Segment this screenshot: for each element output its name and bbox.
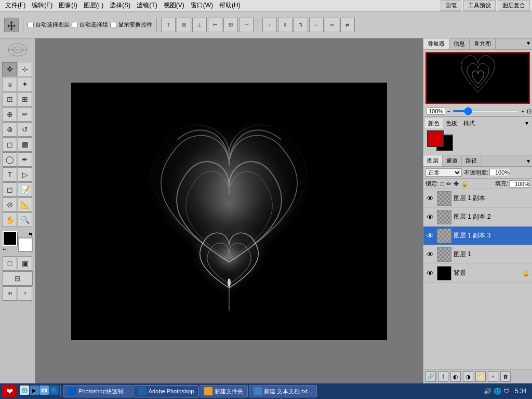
layer-item[interactable]: 👁 图层 1 bbox=[423, 245, 532, 264]
taskbar-photoshop-quick[interactable]: Photoshop快速制... bbox=[63, 385, 132, 397]
default-colors-btn[interactable]: ↩ bbox=[3, 247, 7, 252]
lock-image-btn[interactable]: ✏ bbox=[446, 180, 451, 188]
eyedropper-tool[interactable]: ⊘ bbox=[3, 197, 17, 212]
tab-navigator[interactable]: 导航器 bbox=[423, 38, 449, 49]
slice-tool[interactable]: ⊞ bbox=[18, 92, 32, 107]
lock-position-btn[interactable]: ✥ bbox=[454, 180, 459, 188]
quick-btn3[interactable]: 📧 bbox=[39, 385, 49, 395]
layer-group-btn[interactable]: 📁 bbox=[475, 371, 486, 382]
quick-ie-btn[interactable]: 🌐 bbox=[20, 385, 29, 395]
align-hcenter-btn[interactable]: ⊟ bbox=[223, 18, 238, 32]
layer-link-btn[interactable]: 🔗 bbox=[425, 371, 436, 382]
tray-icon-2[interactable]: 🌐 bbox=[494, 388, 501, 395]
align-right-btn[interactable]: ⊣ bbox=[239, 18, 254, 32]
menu-image[interactable]: 图像(I) bbox=[56, 0, 80, 11]
zoom-out-btn[interactable]: − bbox=[447, 109, 450, 114]
distribute-hc-btn[interactable]: ⇔ bbox=[325, 18, 339, 32]
move-tool-options[interactable] bbox=[4, 18, 19, 32]
layer-visibility-btn[interactable]: 👁 bbox=[425, 269, 435, 278]
heal-tool[interactable]: ⊕ bbox=[3, 107, 17, 122]
align-left-btn[interactable]: ⊢ bbox=[208, 18, 222, 32]
layer-item[interactable]: 👁 图层 1 副本 bbox=[423, 189, 532, 208]
color-panel-options[interactable]: ▾ bbox=[523, 118, 530, 128]
background-color[interactable] bbox=[18, 237, 33, 252]
layer-style-btn[interactable]: f bbox=[438, 371, 448, 382]
zoom-slider[interactable] bbox=[453, 110, 520, 112]
canvas[interactable] bbox=[71, 83, 387, 340]
layer-visibility-btn[interactable]: 👁 bbox=[425, 212, 435, 222]
zoom-input[interactable]: 100% bbox=[427, 108, 445, 115]
move-tool[interactable]: ✥ bbox=[3, 62, 17, 76]
menu-view[interactable]: 视图(V) bbox=[161, 0, 188, 11]
zoom-in-btn[interactable]: + bbox=[522, 109, 525, 114]
distribute-left-btn[interactable]: ↔ bbox=[309, 18, 324, 32]
imageready-btn[interactable]: IR bbox=[3, 286, 17, 301]
layer-mask-btn[interactable]: ◐ bbox=[450, 371, 461, 382]
layer-visibility-btn[interactable]: 👁 bbox=[425, 231, 435, 241]
zoom-tool[interactable]: 🔍 bbox=[18, 212, 32, 227]
layer-item[interactable]: 👁 背景 🔒 bbox=[423, 264, 532, 283]
gradient-tool[interactable]: ▦ bbox=[18, 137, 32, 152]
navigator-options-btn[interactable]: ▾ bbox=[525, 38, 532, 49]
menu-help[interactable]: 帮助(H) bbox=[216, 0, 244, 11]
tool-preset-btn[interactable]: 工具预设 bbox=[463, 0, 496, 11]
menu-select[interactable]: 选择(S) bbox=[107, 0, 134, 11]
pen-tool[interactable]: ✒ bbox=[18, 152, 32, 167]
crop-tool[interactable]: ⊡ bbox=[3, 92, 17, 107]
brush-palette-btn[interactable]: 画笔 bbox=[441, 0, 461, 11]
distribute-vc-btn[interactable]: ⇕ bbox=[278, 18, 292, 32]
swap-colors-btn[interactable]: ⇆ bbox=[29, 231, 33, 236]
layer-item[interactable]: 👁 图层 1 副本 3 bbox=[423, 227, 532, 245]
tab-info[interactable]: 信息 bbox=[449, 38, 470, 49]
layer-visibility-btn[interactable]: 👁 bbox=[425, 194, 435, 203]
delete-layer-btn[interactable]: 🗑 bbox=[500, 371, 511, 382]
brush-tool[interactable]: ✏ bbox=[18, 107, 32, 122]
lock-transparent-btn[interactable]: □ bbox=[441, 180, 444, 188]
screen-mode-btn[interactable]: ⊟ bbox=[3, 271, 33, 286]
blend-mode-select[interactable]: 正常 bbox=[425, 168, 462, 177]
layer-adjustment-btn[interactable]: ◑ bbox=[463, 371, 473, 382]
menu-edit[interactable]: 编辑(E) bbox=[29, 0, 56, 11]
tab-color[interactable]: 颜色 bbox=[425, 118, 443, 128]
tab-histogram[interactable]: 直方图 bbox=[470, 38, 496, 49]
fill-input[interactable]: 100% bbox=[509, 180, 530, 188]
taskbar-textdoc[interactable]: 新建 文本文档.txt... bbox=[249, 385, 317, 397]
layer-visibility-btn[interactable]: 👁 bbox=[425, 250, 435, 259]
start-button[interactable]: ❤ bbox=[2, 385, 17, 397]
menu-file[interactable]: 文件(F) bbox=[2, 0, 29, 11]
selection-tool[interactable]: ⊹ bbox=[18, 62, 32, 76]
taskbar-photoshop[interactable]: Adobe Photoshop bbox=[134, 385, 198, 397]
layer-item[interactable]: 👁 图层 1 副本 2 bbox=[423, 208, 532, 227]
extra-btn[interactable]: ↗ bbox=[18, 286, 32, 301]
distribute-bottom-btn[interactable]: ⇅ bbox=[294, 18, 308, 32]
menu-layer[interactable]: 图层(L) bbox=[81, 0, 107, 11]
lock-all-btn[interactable]: 🔒 bbox=[461, 180, 469, 188]
show-transform-check[interactable]: 显示变换控件 bbox=[110, 21, 152, 29]
layer-composite-btn[interactable]: 图层复合 bbox=[498, 0, 530, 11]
menu-window[interactable]: 窗口(W) bbox=[188, 0, 216, 11]
new-layer-btn[interactable]: + bbox=[488, 371, 498, 382]
path-select-tool[interactable]: ▷ bbox=[18, 167, 32, 182]
text-tool[interactable]: T bbox=[3, 167, 17, 182]
quick-btn4[interactable]: 🔵 bbox=[49, 385, 59, 395]
align-top-btn[interactable]: ⊤ bbox=[161, 18, 176, 32]
quickmask-mode-btn[interactable]: ▣ bbox=[18, 256, 32, 271]
distribute-right-btn[interactable]: ⇄ bbox=[340, 18, 355, 32]
tab-layers[interactable]: 图层 bbox=[423, 155, 443, 166]
tray-icon-1[interactable]: 🔊 bbox=[484, 388, 491, 395]
nav-icon-1[interactable]: ⊡ bbox=[527, 108, 531, 115]
taskbar-folder[interactable]: 新建文件夹 bbox=[200, 385, 248, 397]
tab-paths[interactable]: 路径 bbox=[462, 155, 481, 166]
opacity-input[interactable]: 100% bbox=[489, 169, 510, 176]
stamp-tool[interactable]: ⊗ bbox=[3, 122, 17, 137]
auto-select-group-check[interactable]: 自动选择组 bbox=[72, 21, 108, 29]
shape-tool[interactable]: ◻ bbox=[3, 182, 17, 197]
tray-icon-3[interactable]: 🛡 bbox=[503, 388, 510, 395]
standard-mode-btn[interactable]: □ bbox=[3, 256, 17, 271]
tab-styles[interactable]: 样式 bbox=[460, 118, 478, 128]
history-brush-tool[interactable]: ↺ bbox=[18, 122, 32, 137]
distribute-top-btn[interactable]: ↕ bbox=[262, 18, 277, 32]
tab-channels[interactable]: 通道 bbox=[443, 155, 462, 166]
foreground-color[interactable] bbox=[3, 231, 17, 246]
notes-tool[interactable]: 📝 bbox=[18, 182, 32, 197]
